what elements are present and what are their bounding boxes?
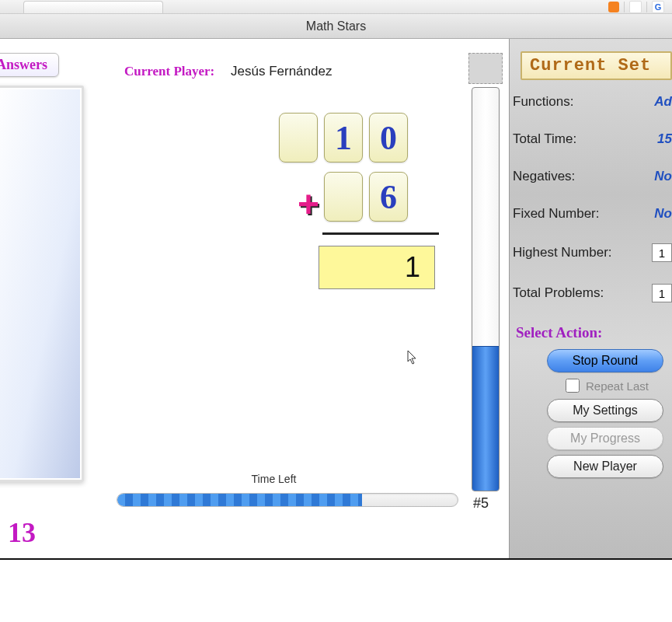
google-icon[interactable]: G — [652, 1, 664, 13]
setting-label: Total Problems: — [513, 285, 604, 301]
setting-label: Highest Number: — [513, 245, 612, 260]
digit-tile: 6 — [369, 172, 408, 222]
settings-title: Current Set — [521, 51, 672, 80]
setting-value: Ad — [654, 94, 672, 110]
stars-board — [0, 86, 84, 482]
operator-icon: + — [298, 183, 319, 225]
problem-number: #5 — [473, 495, 489, 512]
rss-icon[interactable] — [608, 2, 619, 12]
app-body: Answers 13 Current Player: Jesús Fernánd… — [0, 39, 672, 560]
center-pane: Current Player: Jesús Fernández 1 0 + 6 … — [85, 39, 462, 558]
problem-meter-fill — [472, 346, 499, 491]
separator — [624, 2, 625, 12]
repeat-last-row[interactable]: Repeat Last — [566, 379, 672, 393]
setting-label: Functions: — [513, 94, 573, 110]
browser-chrome: G — [0, 0, 672, 14]
window-titlebar: Math Stars — [0, 14, 672, 39]
setting-value: 15 — [657, 131, 672, 147]
setting-functions: Functions: Ad — [510, 94, 672, 110]
setting-fixed-number: Fixed Number: No — [510, 206, 672, 222]
top-operand: 1 0 — [206, 113, 408, 162]
window-title: Math Stars — [306, 19, 366, 33]
current-player-line: Current Player: Jesús Fernández — [124, 64, 332, 79]
repeat-last-label: Repeat Last — [586, 379, 649, 393]
setting-value: No — [654, 169, 672, 184]
my-progress-button: My Progress — [547, 427, 663, 450]
current-player-name: Jesús Fernández — [231, 64, 332, 79]
bookmark-icon[interactable] — [629, 1, 642, 13]
left-pane: Answers 13 — [0, 39, 85, 558]
setting-label: Negatives: — [513, 169, 575, 184]
select-action-label: Select Action: — [516, 324, 672, 341]
setting-total-time: Total Time: 15 — [510, 131, 672, 147]
digit-tile: 0 — [369, 113, 408, 162]
time-left-bar — [117, 493, 458, 507]
separator — [646, 2, 647, 12]
score-display: 13 — [8, 516, 36, 549]
problem-meter — [472, 87, 500, 491]
setting-highest-number: Highest Number: — [510, 243, 672, 262]
stop-round-button[interactable]: Stop Round — [547, 349, 663, 372]
math-problem: 1 0 + 6 — [206, 113, 408, 289]
time-left-label: Time Left — [252, 473, 297, 485]
meter-top-slot — [468, 53, 503, 84]
highest-number-input[interactable] — [652, 243, 672, 262]
my-settings-button[interactable]: My Settings — [547, 399, 663, 422]
setting-label: Total Time: — [513, 131, 576, 147]
answer-input[interactable] — [319, 246, 435, 289]
repeat-last-checkbox[interactable] — [566, 379, 580, 393]
digit-tile — [279, 113, 318, 162]
new-player-button[interactable]: New Player — [547, 455, 663, 478]
setting-total-problems: Total Problems: — [510, 284, 672, 302]
digit-tile — [324, 172, 363, 222]
answers-button[interactable]: Answers — [0, 53, 59, 77]
browser-tab[interactable] — [23, 1, 163, 13]
digit-tile: 1 — [324, 113, 363, 162]
problem-meter-wrap: #5 — [462, 39, 509, 558]
equals-line — [322, 232, 439, 235]
setting-value: No — [654, 206, 672, 222]
settings-panel: Current Set Functions: Ad Total Time: 15… — [509, 39, 672, 558]
setting-label: Fixed Number: — [513, 206, 599, 222]
total-problems-input[interactable] — [652, 284, 672, 302]
cursor-icon — [407, 350, 418, 365]
time-left-fill — [117, 494, 362, 506]
setting-negatives: Negatives: No — [510, 169, 672, 184]
current-player-label: Current Player: — [124, 64, 214, 79]
